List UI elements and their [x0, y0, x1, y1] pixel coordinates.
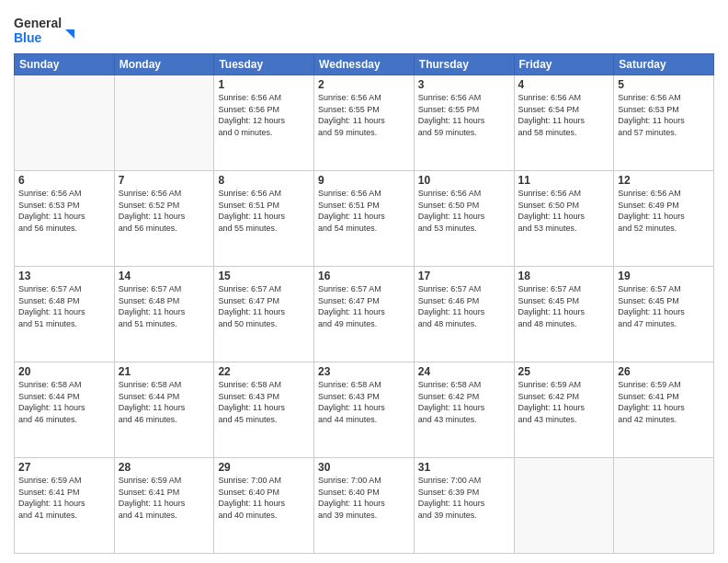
day-info: Sunrise: 6:56 AM Sunset: 6:50 PM Dayligh…: [418, 188, 510, 234]
day-info: Sunrise: 6:59 AM Sunset: 6:41 PM Dayligh…: [18, 475, 110, 521]
logo-svg: General Blue: [14, 13, 78, 48]
day-number: 8: [218, 174, 310, 187]
calendar-cell: 14Sunrise: 6:57 AM Sunset: 6:48 PM Dayli…: [114, 267, 214, 362]
calendar-cell: 9Sunrise: 6:56 AM Sunset: 6:51 PM Daylig…: [314, 171, 415, 267]
calendar-cell: [614, 458, 714, 554]
weekday-header-wednesday: Wednesday: [314, 54, 415, 75]
svg-text:General: General: [14, 16, 62, 30]
day-info: Sunrise: 6:56 AM Sunset: 6:55 PM Dayligh…: [418, 92, 510, 138]
calendar-cell: 26Sunrise: 6:59 AM Sunset: 6:41 PM Dayli…: [614, 362, 714, 458]
day-number: 22: [218, 365, 310, 378]
day-info: Sunrise: 6:58 AM Sunset: 6:42 PM Dayligh…: [418, 379, 510, 425]
day-info: Sunrise: 6:56 AM Sunset: 6:51 PM Dayligh…: [218, 188, 310, 234]
day-info: Sunrise: 7:00 AM Sunset: 6:39 PM Dayligh…: [418, 475, 510, 521]
day-number: 2: [318, 78, 410, 91]
calendar-cell: 18Sunrise: 6:57 AM Sunset: 6:45 PM Dayli…: [514, 267, 614, 362]
calendar-cell: 1Sunrise: 6:56 AM Sunset: 6:56 PM Daylig…: [214, 75, 314, 171]
calendar-cell: 29Sunrise: 7:00 AM Sunset: 6:40 PM Dayli…: [214, 458, 314, 554]
day-number: 4: [518, 78, 610, 91]
calendar-cell: 27Sunrise: 6:59 AM Sunset: 6:41 PM Dayli…: [15, 458, 115, 554]
day-number: 31: [418, 461, 510, 474]
day-number: 12: [618, 174, 710, 187]
calendar-cell: 15Sunrise: 6:57 AM Sunset: 6:47 PM Dayli…: [214, 267, 314, 362]
week-row-4: 20Sunrise: 6:58 AM Sunset: 6:44 PM Dayli…: [15, 362, 714, 458]
day-info: Sunrise: 6:56 AM Sunset: 6:53 PM Dayligh…: [18, 188, 110, 234]
day-number: 29: [218, 461, 310, 474]
weekday-header-sunday: Sunday: [15, 54, 115, 75]
week-row-1: 1Sunrise: 6:56 AM Sunset: 6:56 PM Daylig…: [15, 75, 714, 171]
calendar-table: SundayMondayTuesdayWednesdayThursdayFrid…: [14, 53, 714, 554]
day-info: Sunrise: 6:56 AM Sunset: 6:49 PM Dayligh…: [618, 188, 710, 234]
calendar-cell: 21Sunrise: 6:58 AM Sunset: 6:44 PM Dayli…: [114, 362, 214, 458]
calendar-cell: 16Sunrise: 6:57 AM Sunset: 6:47 PM Dayli…: [314, 267, 415, 362]
day-number: 10: [418, 174, 510, 187]
day-number: 9: [318, 174, 410, 187]
day-number: 17: [418, 270, 510, 282]
calendar-cell: 30Sunrise: 7:00 AM Sunset: 6:40 PM Dayli…: [314, 458, 415, 554]
day-number: 11: [518, 174, 610, 187]
calendar-cell: 23Sunrise: 6:58 AM Sunset: 6:43 PM Dayli…: [314, 362, 415, 458]
calendar-cell: 7Sunrise: 6:56 AM Sunset: 6:52 PM Daylig…: [114, 171, 214, 267]
day-number: 16: [318, 270, 410, 282]
calendar-cell: [15, 75, 115, 171]
day-number: 6: [18, 174, 110, 187]
day-info: Sunrise: 6:57 AM Sunset: 6:45 PM Dayligh…: [518, 283, 610, 329]
day-number: 15: [218, 270, 310, 282]
week-row-5: 27Sunrise: 6:59 AM Sunset: 6:41 PM Dayli…: [15, 458, 714, 554]
svg-text:Blue: Blue: [14, 30, 42, 45]
day-number: 25: [518, 365, 610, 378]
day-number: 3: [418, 78, 510, 91]
day-number: 26: [618, 365, 710, 378]
day-info: Sunrise: 6:56 AM Sunset: 6:56 PM Dayligh…: [218, 92, 310, 138]
weekday-header-row: SundayMondayTuesdayWednesdayThursdayFrid…: [15, 54, 714, 75]
day-number: 14: [119, 270, 210, 282]
day-info: Sunrise: 6:59 AM Sunset: 6:41 PM Dayligh…: [119, 475, 210, 521]
calendar-cell: 17Sunrise: 6:57 AM Sunset: 6:46 PM Dayli…: [414, 267, 514, 362]
day-info: Sunrise: 6:57 AM Sunset: 6:47 PM Dayligh…: [318, 283, 410, 329]
header: General Blue: [14, 9, 714, 48]
weekday-header-saturday: Saturday: [614, 54, 714, 75]
calendar-cell: 20Sunrise: 6:58 AM Sunset: 6:44 PM Dayli…: [15, 362, 115, 458]
calendar-cell: 10Sunrise: 6:56 AM Sunset: 6:50 PM Dayli…: [414, 171, 514, 267]
calendar-cell: 31Sunrise: 7:00 AM Sunset: 6:39 PM Dayli…: [414, 458, 514, 554]
day-info: Sunrise: 6:56 AM Sunset: 6:50 PM Dayligh…: [518, 188, 610, 234]
day-info: Sunrise: 6:57 AM Sunset: 6:47 PM Dayligh…: [218, 283, 310, 329]
week-row-2: 6Sunrise: 6:56 AM Sunset: 6:53 PM Daylig…: [15, 171, 714, 267]
calendar-cell: 3Sunrise: 6:56 AM Sunset: 6:55 PM Daylig…: [414, 75, 514, 171]
day-info: Sunrise: 6:58 AM Sunset: 6:44 PM Dayligh…: [119, 379, 210, 425]
day-info: Sunrise: 6:56 AM Sunset: 6:54 PM Dayligh…: [518, 92, 610, 138]
svg-marker-2: [62, 33, 71, 42]
day-number: 19: [618, 270, 710, 282]
calendar-cell: 19Sunrise: 6:57 AM Sunset: 6:45 PM Dayli…: [614, 267, 714, 362]
calendar-cell: 24Sunrise: 6:58 AM Sunset: 6:42 PM Dayli…: [414, 362, 514, 458]
weekday-header-tuesday: Tuesday: [214, 54, 314, 75]
calendar-cell: [514, 458, 614, 554]
day-number: 23: [318, 365, 410, 378]
calendar-cell: 22Sunrise: 6:58 AM Sunset: 6:43 PM Dayli…: [214, 362, 314, 458]
calendar-cell: [114, 75, 214, 171]
day-info: Sunrise: 7:00 AM Sunset: 6:40 PM Dayligh…: [318, 475, 410, 521]
week-row-3: 13Sunrise: 6:57 AM Sunset: 6:48 PM Dayli…: [15, 267, 714, 362]
weekday-header-thursday: Thursday: [414, 54, 514, 75]
calendar-cell: 5Sunrise: 6:56 AM Sunset: 6:53 PM Daylig…: [614, 75, 714, 171]
day-number: 21: [119, 365, 210, 378]
logo: General Blue: [14, 13, 78, 48]
day-number: 13: [18, 270, 110, 282]
day-number: 1: [218, 78, 310, 91]
day-info: Sunrise: 6:58 AM Sunset: 6:44 PM Dayligh…: [18, 379, 110, 425]
day-number: 27: [18, 461, 110, 474]
day-number: 5: [618, 78, 710, 91]
day-number: 30: [318, 461, 410, 474]
day-info: Sunrise: 6:58 AM Sunset: 6:43 PM Dayligh…: [318, 379, 410, 425]
day-info: Sunrise: 6:59 AM Sunset: 6:42 PM Dayligh…: [518, 379, 610, 425]
day-info: Sunrise: 6:56 AM Sunset: 6:51 PM Dayligh…: [318, 188, 410, 234]
day-info: Sunrise: 7:00 AM Sunset: 6:40 PM Dayligh…: [218, 475, 310, 521]
calendar-cell: 28Sunrise: 6:59 AM Sunset: 6:41 PM Dayli…: [114, 458, 214, 554]
day-info: Sunrise: 6:59 AM Sunset: 6:41 PM Dayligh…: [618, 379, 710, 425]
day-info: Sunrise: 6:57 AM Sunset: 6:48 PM Dayligh…: [119, 283, 210, 329]
page: General Blue SundayMondayTuesdayWednesda…: [0, 0, 728, 563]
day-info: Sunrise: 6:56 AM Sunset: 6:52 PM Dayligh…: [119, 188, 210, 234]
calendar-cell: 8Sunrise: 6:56 AM Sunset: 6:51 PM Daylig…: [214, 171, 314, 267]
day-info: Sunrise: 6:58 AM Sunset: 6:43 PM Dayligh…: [218, 379, 310, 425]
weekday-header-friday: Friday: [514, 54, 614, 75]
